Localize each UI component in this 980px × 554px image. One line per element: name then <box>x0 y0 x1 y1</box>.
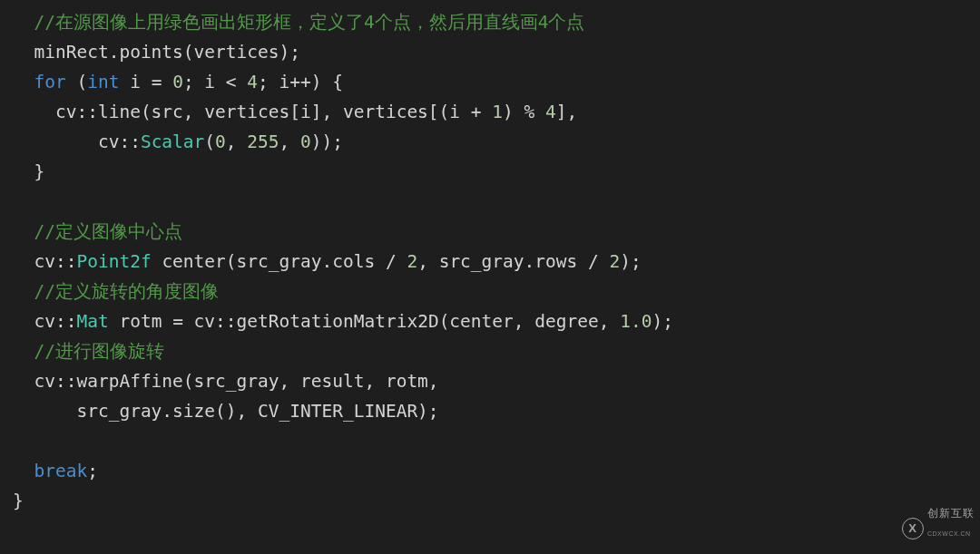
code-line: cv::Scalar(0, 255, 0)); <box>13 131 343 152</box>
code-line: for (int i = 0; i < 4; i++) { <box>13 72 343 92</box>
code-line: minRect.points(vertices); <box>13 42 300 63</box>
code-line: } <box>13 491 24 511</box>
code-line: //定义图像中心点 <box>13 221 182 242</box>
comment: //定义旋转的角度图像 <box>34 281 218 302</box>
watermark: X 创新互联 CDXWCX.CN <box>902 508 975 549</box>
code-line: cv::Mat rotm = cv::getRotationMatrix2D(c… <box>13 311 673 332</box>
comment: //在源图像上用绿色画出矩形框，定义了4个点，然后用直线画4个点 <box>34 12 584 33</box>
watermark-brand: 创新互联 <box>927 508 975 519</box>
code-line: cv::warpAffine(src_gray, result, rotm, <box>13 371 439 392</box>
code-line: src_gray.size(), CV_INTER_LINEAR); <box>13 401 439 422</box>
code-line: //定义旋转的角度图像 <box>13 281 219 302</box>
code-line: cv::line(src, vertices[i], vertices[(i +… <box>13 102 577 122</box>
watermark-logo-icon: X <box>902 518 924 539</box>
code-line: cv::Point2f center(src_gray.cols / 2, sr… <box>13 251 642 272</box>
code-line <box>13 431 24 452</box>
code-block: //在源图像上用绿色画出矩形框，定义了4个点，然后用直线画4个点 minRect… <box>0 0 980 516</box>
code-line: } <box>13 161 44 182</box>
code-line: //进行图像旋转 <box>13 341 164 362</box>
comment: //定义图像中心点 <box>34 221 181 242</box>
comment: //进行图像旋转 <box>34 341 163 362</box>
code-line: //在源图像上用绿色画出矩形框，定义了4个点，然后用直线画4个点 <box>13 12 584 33</box>
watermark-sub: CDXWCX.CN <box>927 519 975 549</box>
code-line <box>13 191 24 212</box>
code-line: break; <box>13 461 98 481</box>
